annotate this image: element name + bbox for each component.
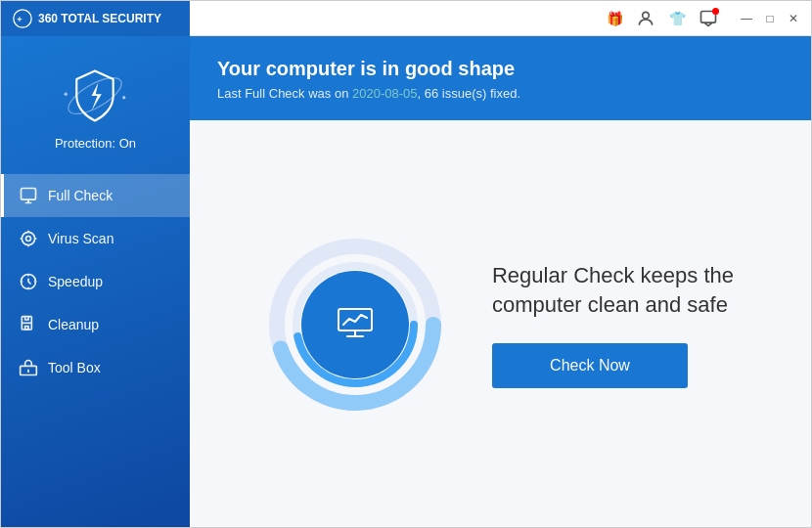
close-button[interactable]: ✕ [784,9,803,28]
full-check-label: Full Check [48,188,113,203]
cleanup-icon [19,315,38,334]
full-check-icon [19,186,38,205]
title-bar-actions: 🎁 👕 — □ ✕ [604,8,803,29]
last-check-date: 2020-08-05 [352,86,418,101]
gift-icon[interactable]: 🎁 [604,8,625,29]
sidebar-item-full-check[interactable]: Full Check [1,174,190,217]
app-body: Protection: On Full Check [1,36,811,528]
svg-point-6 [123,96,126,99]
svg-rect-3 [701,11,716,22]
main-content: Your computer is in good shape Last Full… [190,36,811,528]
header-subtitle: Last Full Check was on 2020-08-05, 66 is… [217,86,784,101]
sidebar-header: Protection: On [55,46,136,170]
speedup-label: Speedup [48,274,103,289]
content-main: Regular Check keeps thecomputer clean an… [190,120,811,528]
shield-icon-wrap [61,62,129,130]
donut-center [301,271,409,378]
logo-icon: + [13,9,32,28]
content-header: Your computer is in good shape Last Full… [190,36,811,120]
speedup-icon [19,272,38,291]
check-now-button[interactable]: Check Now [492,343,688,388]
right-panel: Regular Check keeps thecomputer clean an… [492,261,734,387]
cleanup-label: Cleanup [48,317,99,332]
toolbox-icon [19,358,38,377]
sidebar-item-toolbox[interactable]: Tool Box [1,346,190,389]
shield-icon [62,63,128,129]
subtitle-suffix: , 66 issue(s) fixed. [418,86,521,101]
svg-rect-7 [22,189,36,200]
window-controls: — □ ✕ [737,9,803,28]
toolbox-label: Tool Box [48,360,101,375]
tagline: Regular Check keeps thecomputer clean an… [492,261,734,319]
notification-icon[interactable] [698,8,719,29]
subtitle-prefix: Last Full Check was on [217,86,352,101]
virus-scan-label: Virus Scan [48,231,113,246]
sidebar-nav: Full Check Virus Scan [1,174,190,389]
title-bar: + 360 TOTAL SECURITY 🎁 👕 — □ ✕ [1,1,811,36]
svg-text:+: + [17,15,22,24]
svg-rect-15 [25,327,28,330]
sidebar-item-cleanup[interactable]: Cleanup [1,303,190,346]
sidebar-item-virus-scan[interactable]: Virus Scan [1,217,190,260]
minimize-button[interactable]: — [737,9,756,28]
svg-rect-23 [338,309,372,330]
virus-scan-icon [19,229,38,248]
svg-point-9 [26,237,31,242]
svg-point-5 [65,93,68,96]
donut-chart [267,237,443,413]
sidebar: Protection: On Full Check [1,36,190,528]
user-icon[interactable] [635,8,656,29]
svg-point-8 [22,232,34,244]
header-title: Your computer is in good shape [217,58,784,80]
sidebar-item-speedup[interactable]: Speedup [1,260,190,303]
svg-point-2 [643,12,650,19]
protection-label: Protection: On [55,136,136,151]
shirt-icon[interactable]: 👕 [666,8,688,29]
maximize-button[interactable]: □ [760,9,780,28]
app-logo-area: + 360 TOTAL SECURITY [1,1,190,36]
app-title: 360 TOTAL SECURITY [38,12,161,25]
